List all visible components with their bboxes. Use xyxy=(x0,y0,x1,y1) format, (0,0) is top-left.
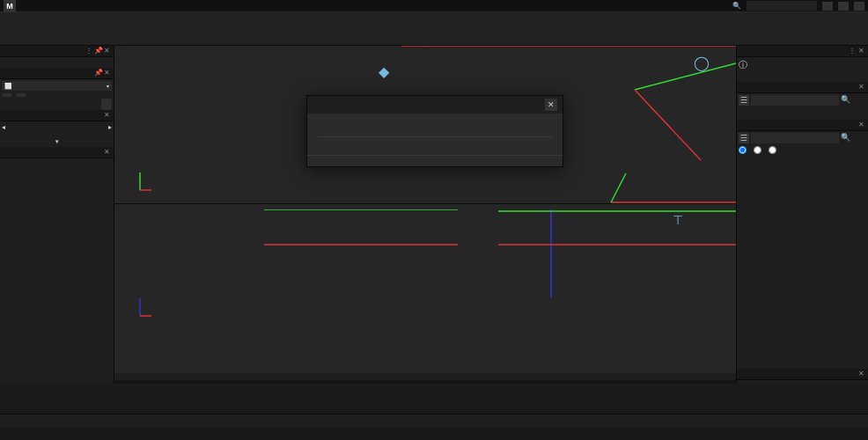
recent-commands-head: ⋮✕ xyxy=(737,46,868,57)
search-icon: 🔍 xyxy=(732,2,741,10)
viewport-label-top[interactable] xyxy=(118,48,123,49)
project-dropdown[interactable]: ⬜ ▾ xyxy=(2,81,112,91)
maximize-button[interactable] xyxy=(838,2,849,11)
panel-close-button[interactable]: ✕ xyxy=(103,149,110,156)
show-additional-layers[interactable]: ▾ xyxy=(0,136,114,147)
init-bag-button[interactable] xyxy=(16,93,26,97)
cmds-search-input[interactable] xyxy=(751,133,839,143)
properties-head: ✕ xyxy=(737,369,868,380)
quick-commands-head: ⋮ 📌 ✕ xyxy=(0,46,114,57)
panel-close-button[interactable]: ✕ xyxy=(103,48,110,55)
gem-marker-icon: ◆ xyxy=(379,63,389,80)
close-window-button[interactable] xyxy=(854,2,864,11)
show-layers[interactable]: ▸ xyxy=(57,123,113,131)
about-dialog: ✕ xyxy=(306,95,563,167)
groups-search-input[interactable] xyxy=(751,95,839,106)
search-go-icon[interactable]: 🔍 xyxy=(841,95,850,106)
tool-ribbon xyxy=(0,12,868,46)
groups-filter-icon[interactable]: ☰ xyxy=(739,95,749,106)
filter-visible-radio[interactable] xyxy=(769,146,778,154)
axis-gizmo-icon xyxy=(127,294,153,320)
hide-layers[interactable]: ◂ xyxy=(2,123,57,131)
dynamic-commands-head: ✕ xyxy=(737,120,868,131)
viewport-right-content xyxy=(498,209,736,341)
panel-close-button[interactable]: ✕ xyxy=(103,112,110,119)
viewport-bottom-row[interactable]: ⊤ xyxy=(114,204,736,373)
global-search-input[interactable] xyxy=(747,1,817,11)
panel-pin-button[interactable]: 📌 xyxy=(94,70,101,77)
ring-model-icon: ◯ xyxy=(694,55,710,71)
cmds-filter-icon[interactable]: ☰ xyxy=(739,133,749,143)
project-actions-head: 📌 ✕ xyxy=(0,68,114,79)
gem-marker-icon: ⊤ xyxy=(673,213,683,227)
bake-button[interactable] xyxy=(101,99,112,110)
about-logo xyxy=(307,114,563,136)
svg-line-4 xyxy=(635,90,701,160)
panel-close-button[interactable]: ✕ xyxy=(103,70,110,77)
minimize-button[interactable] xyxy=(822,2,833,11)
about-close-button[interactable]: ✕ xyxy=(545,99,557,111)
panel-pin-button[interactable]: 📌 xyxy=(94,48,101,55)
bottom-toolbar xyxy=(0,414,868,428)
dynamic-groups-head: ✕ xyxy=(737,82,868,93)
svg-line-3 xyxy=(635,63,736,90)
layers-head: ✕ xyxy=(0,110,114,121)
menu-bar: M 🔍 xyxy=(0,0,868,12)
filter-all-radio[interactable] xyxy=(739,146,748,154)
panel-menu-button[interactable]: ⋮ xyxy=(85,48,92,55)
filter-selected-radio[interactable] xyxy=(754,146,763,154)
axis-gizmo-icon xyxy=(127,168,153,194)
full-save-button[interactable] xyxy=(2,93,12,97)
about-icon: ⓘ xyxy=(739,59,747,71)
status-bar xyxy=(0,428,868,440)
svg-line-6 xyxy=(611,173,626,202)
viewport-label-front[interactable] xyxy=(118,206,123,208)
command-line[interactable] xyxy=(114,380,736,384)
quick-commands-body xyxy=(0,57,114,68)
app-logo[interactable]: M xyxy=(4,0,16,12)
search-go-icon[interactable]: 🔍 xyxy=(841,133,850,143)
display-modes-head: ✕ xyxy=(0,147,114,158)
viewport-front-content xyxy=(264,209,458,315)
